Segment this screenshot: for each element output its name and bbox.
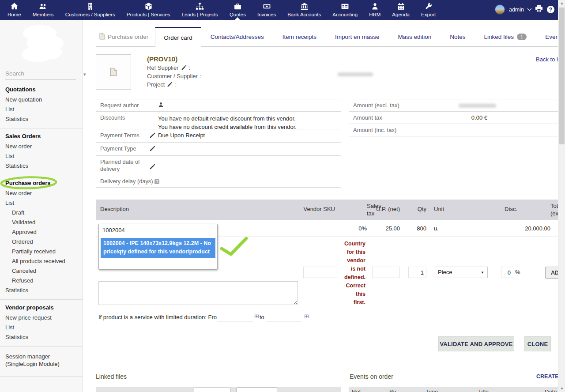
sidebar-item-new-quotation[interactable]: New quotation [0,95,83,105]
tab-bar: Purchase order Order card Contacts/Addre… [96,27,558,47]
scrollbar-thumb[interactable] [559,8,565,144]
clone-button[interactable]: CLONE [524,336,551,351]
nav-leads-projects[interactable]: Leads | Projects [176,1,224,20]
help-icon[interactable]: ? [547,6,554,13]
nav-agenda[interactable]: Agenda [386,1,415,20]
product-autocomplete: 1002004 - IPE 140x73x12.9kgs 12.2M - No … [98,224,218,270]
tab-events-agenda[interactable]: Events/Agenda [536,27,558,46]
help-icon[interactable]: ? [154,179,159,184]
vendor-sku-input[interactable] [303,267,338,278]
tab-purchase-order[interactable]: Purchase order [96,27,155,46]
search-input[interactable] [5,70,83,77]
nav-accounting[interactable]: Accounting [327,1,363,20]
sidebar-item-canceled[interactable]: Canceled [0,266,83,276]
edit-pencil-icon[interactable] [167,82,173,87]
events-on-order-title: Events on order [350,373,393,380]
sidebar-section-sales-orders[interactable]: Sales Orders [0,128,83,142]
scroll-up-arrow[interactable]: ▲ [558,0,565,7]
tab-item-receipts[interactable]: Item receipts [273,27,326,46]
service-to-input[interactable] [266,313,301,321]
nav-label: Members [33,12,54,17]
sidebar-item-new-price-request[interactable]: New price request [0,313,83,323]
nav-customers-suppliers[interactable]: Customers / Suppliers [60,1,121,20]
edit-pencil-icon[interactable] [149,163,158,170]
calendar-icon[interactable] [304,313,309,320]
nav-export[interactable]: Export [415,1,441,20]
sidebar-section-vendor-proposals[interactable]: Vendor proposals [0,300,83,313]
sidebar-item-vendor-proposals-statistics[interactable]: Statistics [0,332,83,342]
calendar-icon[interactable] [254,313,259,320]
tab-order-card[interactable]: Order card [155,27,201,47]
nav-invoices[interactable]: Invoices [252,1,282,20]
company-logo-redacted [13,23,71,65]
unit-price-input[interactable] [372,267,400,278]
tab-import-en-masse[interactable]: Import en masse [326,27,389,46]
edit-pencil-icon[interactable] [149,132,158,139]
line-qty: 800 [409,225,426,232]
printer-icon[interactable] [535,5,543,14]
discount-input[interactable] [501,267,513,278]
product-suggestion-item[interactable]: 1002004 - IPE 140x73x12.9kgs 12.2M - No … [101,238,215,258]
nav-members[interactable]: Members [27,1,60,20]
tab-mass-edition[interactable]: Mass edition [388,27,441,46]
avatar[interactable] [495,4,505,15]
sidebar-item-vendor-proposals-list[interactable]: List [0,323,83,332]
sidebar-item-purchase-orders-statistics[interactable]: Statistics [0,286,83,295]
validate-and-approve-button[interactable]: VALIDATE AND APPROVE [438,336,514,351]
line-unit: u. [434,225,439,232]
payment-type-value-cell [149,143,341,155]
user-menu[interactable]: admin [509,7,524,13]
order-details-table: Request author Discounts You have no def… [96,99,341,188]
line-sales-tax: 0% [345,225,367,232]
edit-pencil-icon[interactable] [149,145,158,152]
sidebar-item-sales-orders-list[interactable]: List [0,151,83,161]
person-icon [371,2,379,11]
divider [0,376,83,377]
order-reference-title: (PROV10) [147,55,177,63]
sidebar-item-all-products-received[interactable]: All products received [0,256,83,266]
product-search-input[interactable] [99,224,217,236]
tab-notes[interactable]: Notes [441,27,475,46]
country-warning-text: Country for this vendor is not defined. … [343,240,365,307]
sidebar-section-purchase-orders[interactable]: Purchase orders [0,175,83,188]
sidebar-item-partially-received[interactable]: Partially received [0,247,83,256]
amount-excl-row: Amount (excl. tax) [349,99,558,112]
file-browse-button[interactable] [237,388,277,392]
back-to-list-link[interactable]: Back to list [536,56,558,63]
edit-pencil-icon[interactable] [181,65,187,71]
sidebar-item-quotations-list[interactable]: List [0,105,83,114]
line-description-textarea[interactable] [98,281,298,305]
session-manager-label[interactable]: Session manager (SingleLogin Module) [0,347,83,372]
nav-label: Export [421,12,436,17]
sidebar-item-ordered[interactable]: Ordered [0,237,83,247]
service-from-input[interactable] [217,313,253,321]
sidebar-section-quotations[interactable]: Quotations [0,82,83,95]
unit-select[interactable]: Piece [435,267,488,278]
nav-home[interactable]: Home [2,1,27,20]
calendar-icon [397,2,405,11]
add-line-button[interactable]: ADD [545,267,558,279]
nav-label: Agenda [392,12,410,17]
tab-linked-files[interactable]: Linked files 1 [475,27,536,46]
sidebar-item-new-purchase-order[interactable]: New order [0,188,83,198]
combo-spacer [99,260,217,269]
sidebar-item-new-sales-order[interactable]: New order [0,142,83,151]
nav-quotes[interactable]: Quotes [224,1,252,20]
sidebar-item-sales-orders-statistics[interactable]: Statistics [0,161,83,171]
chevron-down-icon[interactable] [83,70,86,78]
qty-input[interactable] [408,267,426,278]
nav-products-services[interactable]: Products | Services [121,1,176,20]
line-up-net: 25.00 [367,225,400,232]
scroll-down-arrow[interactable]: ▼ [558,385,565,392]
tab-contacts-addresses[interactable]: Contacts/Addresses [201,27,273,46]
sidebar-item-approved[interactable]: Approved [0,227,83,237]
sidebar-item-quotations-statistics[interactable]: Statistics [0,114,83,124]
nav-hrm[interactable]: HRM [363,1,386,20]
create-event-link[interactable]: CREATE [536,373,558,380]
sidebar-item-purchase-orders-list[interactable]: List [0,198,83,208]
sidebar-item-refused[interactable]: Refused [0,276,83,286]
nav-bank-accounts[interactable]: Bank Accounts [282,1,327,20]
file-upload-input[interactable] [194,388,230,392]
sidebar-item-draft[interactable]: Draft [0,208,83,218]
sidebar-item-validated[interactable]: Validated [0,218,83,227]
